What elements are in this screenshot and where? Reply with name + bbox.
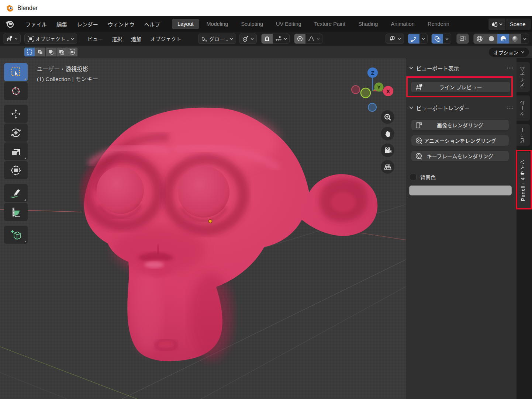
material-sphere-icon (500, 35, 507, 42)
background-color-swatch[interactable] (409, 185, 512, 195)
transform-orientation-dropdown[interactable]: グロー... (198, 34, 236, 44)
scale-icon (10, 146, 22, 157)
tab-uv-editing[interactable]: UV Editing (270, 19, 307, 29)
title-bar: Blender (0, 0, 532, 16)
solid-sphere-icon (488, 35, 495, 42)
blender-window: Blender ファイル 編集 レンダー ウィンドウ ヘルプ Layout Mo… (0, 0, 532, 399)
tab-sculpting[interactable]: Sculpting (235, 19, 269, 29)
tool-add-cube[interactable] (4, 226, 28, 244)
panel-viewport-display-header[interactable]: ビューポート表示 (409, 63, 514, 72)
sidebar-tab-tool[interactable]: ツール (517, 95, 530, 121)
select-subtract-button[interactable] (46, 48, 56, 56)
panel-grip-icon[interactable] (507, 66, 514, 70)
gizmo-group (408, 34, 428, 44)
shading-dropdown[interactable] (521, 34, 529, 44)
xray-icon (459, 35, 466, 42)
chevron-down-icon (523, 38, 526, 40)
sidebar-tab-item[interactable]: アイテム (517, 62, 530, 92)
svg-text:Y: Y (377, 84, 381, 90)
mode-dropdown[interactable]: オブジェクト... (24, 34, 77, 44)
zoom-button[interactable] (381, 110, 394, 124)
line-preview-button[interactable]: ライン プレビュー (411, 81, 511, 93)
zoom-icon (384, 113, 392, 121)
editor-type-button[interactable] (3, 34, 21, 44)
menu-render[interactable]: レンダー (72, 18, 103, 30)
overlays-sphere-icon (434, 35, 441, 42)
select-invert-button[interactable] (56, 48, 67, 56)
navigation-gizmo[interactable]: Z Y X (346, 61, 398, 113)
menu-view[interactable]: ビュー (83, 34, 107, 44)
tab-shading[interactable]: Shading (353, 19, 383, 29)
workspace-tabs: Layout Modeling Sculpting UV Editing Tex… (172, 16, 457, 32)
panel-viewport-render-header[interactable]: ビューポートレンダー (409, 103, 514, 112)
sidebar-tab-pencil4-line[interactable]: Pencil+ 4 ライン (517, 151, 530, 209)
tab-modeling[interactable]: Modeling (201, 19, 234, 29)
tool-scale[interactable] (4, 142, 28, 160)
select-set-button[interactable] (24, 48, 35, 56)
visibility-eye-icon (388, 35, 396, 42)
tool-rotate[interactable] (4, 124, 28, 142)
tab-animation[interactable]: Animation (385, 19, 420, 29)
menu-window[interactable]: ウィンドウ (103, 18, 139, 30)
select-extend-button[interactable] (35, 48, 45, 56)
chevron-down-icon (499, 23, 502, 25)
menu-add[interactable]: 追加 (127, 34, 146, 44)
snap-with-dropdown[interactable] (273, 34, 289, 44)
menu-object[interactable]: オブジェクト (146, 34, 186, 44)
menu-edit[interactable]: 編集 (52, 18, 72, 30)
render-keyframes-label: キーフレームをレンダリング (411, 152, 509, 160)
sidebar-tab-view[interactable]: ビュー (517, 124, 530, 146)
shading-rendered[interactable] (509, 34, 521, 44)
visibility-dropdown[interactable] (386, 34, 404, 44)
render-image-button[interactable]: 画像をレンダリング (411, 119, 509, 131)
perspective-toggle-button[interactable] (381, 160, 394, 174)
shading-material-preview[interactable] (497, 34, 509, 44)
overlays-dropdown[interactable] (443, 34, 451, 44)
tool-select-box[interactable] (4, 63, 28, 81)
tab-layout[interactable]: Layout (172, 19, 199, 29)
shading-wireframe[interactable] (474, 34, 486, 44)
chevron-down-icon (422, 38, 425, 40)
tool-move[interactable] (4, 105, 28, 123)
viewport-controls (381, 110, 395, 177)
camera-view-button[interactable] (381, 143, 394, 157)
select-intersect-button[interactable] (67, 48, 77, 56)
tool-transform[interactable] (4, 161, 28, 179)
background-color-checkbox[interactable] (410, 174, 417, 180)
panel-grip-icon[interactable] (507, 106, 514, 110)
pivot-point-dropdown[interactable] (239, 34, 257, 44)
proportional-falloff-dropdown[interactable] (305, 34, 322, 44)
tool-cursor[interactable] (4, 82, 28, 100)
shading-solid[interactable] (486, 34, 497, 44)
xray-toggle[interactable] (456, 34, 469, 44)
active-object-path: (1) Collection | モンキー (37, 74, 98, 84)
render-animation-button[interactable]: アニメーションをレンダリング (411, 135, 509, 146)
tab-texture-paint[interactable]: Texture Paint (309, 19, 351, 29)
select-box-icon (10, 67, 22, 78)
snap-toggle[interactable] (262, 34, 273, 44)
panel-expand-icon (409, 106, 413, 109)
grid-icon (383, 163, 392, 171)
gizmo-neg-x (352, 86, 360, 94)
menu-help[interactable]: ヘルプ (139, 18, 165, 30)
proportional-edit-toggle[interactable] (294, 34, 305, 44)
tool-annotate[interactable] (4, 184, 28, 202)
chevron-down-icon (445, 38, 449, 40)
scene-selector[interactable]: Scene (488, 18, 531, 30)
gizmos-dropdown[interactable] (419, 34, 427, 44)
options-dropdown[interactable]: オプション (489, 48, 529, 57)
svg-text:X: X (386, 88, 390, 94)
measure-icon (10, 206, 22, 218)
menu-file[interactable]: ファイル (21, 18, 52, 30)
pan-button[interactable] (381, 127, 394, 140)
blender-menu-icon[interactable] (5, 20, 15, 28)
tab-rendering[interactable]: Renderin (422, 19, 455, 29)
render-keyframes-button[interactable]: キーフレームをレンダリング (411, 150, 509, 162)
overlays-toggle[interactable] (432, 34, 443, 44)
rendered-sphere-icon (511, 35, 519, 42)
gizmos-toggle[interactable] (408, 34, 419, 44)
render-image-label: 画像をレンダリング (411, 121, 509, 129)
menu-select[interactable]: 選択 (107, 34, 127, 44)
tool-measure[interactable] (4, 203, 28, 221)
sidebar-panel: ビューポート表示 ライン プレビュー ビューポートレンダー (406, 58, 517, 399)
